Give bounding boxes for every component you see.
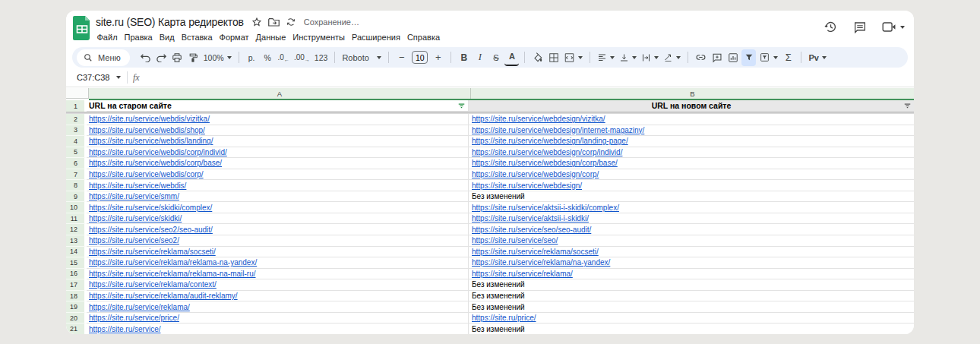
row-number[interactable]: 8 — [66, 180, 87, 191]
row-number[interactable]: 14 — [66, 247, 87, 258]
filter-icon-b[interactable] — [904, 103, 911, 109]
new-url-cell[interactable]: https://site.ru/service/webdesign/corp/i… — [469, 147, 914, 159]
menu-file[interactable]: Файл — [93, 31, 121, 43]
sheets-logo-icon[interactable] — [73, 16, 91, 40]
row-number[interactable]: 2 — [66, 114, 87, 125]
new-url-cell[interactable]: Без изменений — [469, 191, 914, 203]
new-url-cell[interactable]: https://site.ru/service/webdesign/ — [469, 180, 914, 191]
text-wrap-button[interactable] — [640, 49, 660, 66]
new-url-cell[interactable]: https://site.ru/service/seo/seo-audit/ — [469, 224, 914, 235]
row-number[interactable]: 6 — [66, 158, 87, 169]
old-url-cell[interactable]: https://site.ru/service/webdis/corp/ — [87, 169, 469, 181]
row-number[interactable]: 9 — [66, 191, 87, 203]
new-url-cell[interactable]: Без изменений — [469, 291, 914, 302]
row-header-1[interactable]: 1 — [66, 100, 87, 112]
move-folder-icon[interactable] — [268, 17, 280, 27]
new-url-cell[interactable]: https://site.ru/service/reklama/ — [469, 269, 914, 280]
row-number[interactable]: 18 — [66, 291, 87, 302]
more-formats-button[interactable]: 123 — [313, 49, 330, 66]
merge-cells-button[interactable] — [562, 49, 584, 66]
new-url-cell[interactable]: https://site.ru/service/aktsii-i-skidki/… — [469, 202, 914, 213]
menu-view[interactable]: Вид — [156, 31, 178, 43]
row-number[interactable]: 4 — [66, 136, 87, 147]
row-number[interactable]: 17 — [66, 279, 87, 291]
text-rotation-button[interactable] — [662, 49, 682, 66]
row-number[interactable]: 19 — [66, 301, 87, 313]
new-url-cell[interactable]: Без изменений — [469, 301, 914, 313]
old-url-cell[interactable]: https://site.ru/service/webdis/corp/indi… — [87, 147, 469, 159]
new-url-cell[interactable]: https://site.ru/service/seo/ — [469, 235, 914, 247]
italic-button[interactable]: I — [473, 49, 487, 66]
row-number[interactable]: 12 — [66, 224, 87, 235]
pv-button[interactable]: Pv — [807, 49, 827, 66]
old-url-cell[interactable]: https://site.ru/service/ — [87, 323, 469, 334]
row-number[interactable]: 20 — [66, 313, 87, 324]
vertical-align-button[interactable] — [618, 49, 638, 66]
row-number[interactable]: 13 — [66, 235, 87, 247]
create-filter-button[interactable] — [741, 49, 756, 66]
increase-decimals-button[interactable]: .00→ — [292, 49, 311, 66]
new-url-cell[interactable]: Без изменений — [469, 323, 914, 334]
old-url-cell[interactable]: https://site.ru/service/skidki/ — [87, 213, 469, 225]
format-currency-button[interactable]: р. — [245, 49, 259, 66]
filter-icon-a[interactable] — [458, 103, 465, 109]
old-url-cell[interactable]: https://site.ru/service/smm/ — [87, 191, 469, 203]
name-box[interactable]: C37:C38 — [66, 73, 122, 82]
old-url-cell[interactable]: https://site.ru/service/webdis/ — [87, 180, 469, 191]
print-button[interactable] — [170, 49, 185, 66]
row-number[interactable]: 21 — [66, 323, 87, 334]
format-percent-button[interactable]: % — [261, 49, 275, 66]
column-header-b[interactable]: B — [471, 88, 914, 99]
bold-button[interactable]: B — [457, 49, 471, 66]
horizontal-align-button[interactable] — [596, 49, 616, 66]
menu-data[interactable]: Данные — [252, 31, 289, 43]
new-url-cell[interactable]: https://site.ru/service/webdesign/corp/ — [469, 169, 914, 181]
font-size-input[interactable]: 10 — [412, 51, 428, 64]
menu-extensions[interactable]: Расширения — [348, 31, 403, 43]
increase-font-size-button[interactable]: + — [431, 49, 445, 66]
old-url-cell[interactable]: https://site.ru/service/webdis/landing/ — [87, 136, 469, 147]
sync-status-icon[interactable] — [286, 17, 296, 27]
insert-comment-button[interactable] — [710, 49, 724, 66]
font-select[interactable]: Roboto — [340, 49, 383, 66]
old-url-cell[interactable]: https://site.ru/service/reklama/reklama-… — [87, 269, 469, 280]
menu-help[interactable]: Справка — [403, 31, 443, 43]
row-number[interactable]: 11 — [66, 213, 87, 225]
insert-chart-button[interactable] — [726, 49, 740, 66]
insert-link-button[interactable] — [694, 49, 708, 66]
new-url-cell[interactable]: https://site.ru/service/webdesign/vizitk… — [469, 114, 914, 125]
comments-icon[interactable] — [853, 21, 867, 34]
document-title[interactable]: site.ru (SEO) Карта редиректов — [96, 16, 244, 28]
old-url-cell[interactable]: https://site.ru/service/webdis/vizitka/ — [87, 114, 469, 125]
old-url-header-cell[interactable]: URL на старом сайте — [87, 100, 469, 112]
new-url-cell[interactable]: Без изменений — [469, 279, 914, 291]
decrease-decimals-button[interactable]: .0← — [277, 49, 291, 66]
new-url-cell[interactable]: https://site.ru/service/reklama/na-yande… — [469, 257, 914, 269]
decrease-font-size-button[interactable]: − — [394, 49, 409, 66]
row-number[interactable]: 15 — [66, 257, 87, 269]
borders-button[interactable] — [546, 49, 561, 66]
old-url-cell[interactable]: https://site.ru/service/reklama/reklama-… — [87, 257, 469, 269]
new-url-cell[interactable]: https://site.ru/price/ — [469, 313, 914, 324]
menu-edit[interactable]: Правка — [121, 31, 156, 43]
row-number[interactable]: 16 — [66, 269, 87, 280]
fill-color-button[interactable] — [530, 49, 545, 66]
old-url-cell[interactable]: https://site.ru/service/skidki/complex/ — [87, 202, 469, 213]
new-url-cell[interactable]: https://site.ru/service/aktsii-i-skidki/ — [469, 213, 914, 225]
row-number[interactable]: 3 — [66, 125, 87, 137]
row-number[interactable]: 10 — [66, 202, 87, 213]
column-header-a[interactable]: A — [89, 88, 471, 99]
row-number[interactable]: 7 — [66, 169, 87, 181]
old-url-cell[interactable]: https://site.ru/service/webdis/corp/base… — [87, 158, 469, 169]
old-url-cell[interactable]: https://site.ru/service/reklama/ — [87, 301, 469, 313]
redo-button[interactable] — [154, 49, 169, 66]
old-url-cell[interactable]: https://site.ru/service/reklama/context/ — [87, 279, 469, 291]
strikethrough-button[interactable]: S — [488, 49, 503, 66]
old-url-cell[interactable]: https://site.ru/service/seo2/ — [87, 235, 469, 247]
new-url-cell[interactable]: https://site.ru/service/webdesign/landin… — [469, 136, 914, 147]
paint-format-button[interactable] — [186, 49, 201, 66]
functions-button[interactable]: Σ — [781, 49, 795, 66]
old-url-cell[interactable]: https://site.ru/service/seo2/seo-audit/ — [87, 224, 469, 235]
menu-format[interactable]: Формат — [216, 31, 252, 43]
old-url-cell[interactable]: https://site.ru/service/webdis/shop/ — [87, 125, 469, 137]
